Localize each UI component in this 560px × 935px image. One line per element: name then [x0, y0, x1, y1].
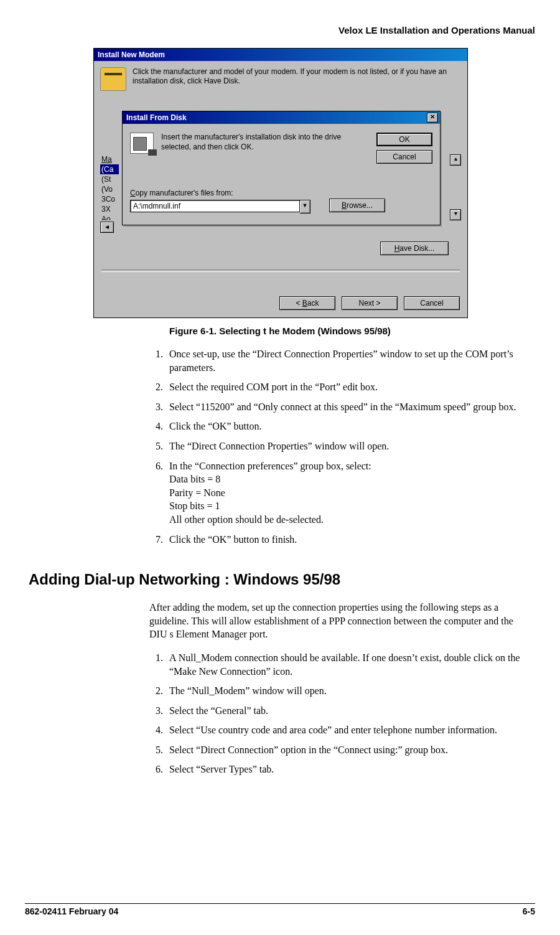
list-item[interactable]: (St [100, 174, 119, 184]
list-item[interactable]: (Vo [100, 184, 119, 194]
copy-from-label: Copy manufacturer's files from: [130, 189, 432, 197]
list-item: Click the “OK” button to finish. [166, 533, 523, 547]
list-item: Select “Direct Connection” option in the… [166, 743, 523, 757]
footer-right: 6-5 [523, 906, 535, 916]
path-input[interactable] [130, 200, 300, 212]
figure-caption: Figure 6-1. Selecting t he Modem (Window… [25, 326, 535, 336]
list-item[interactable]: 3Co [100, 194, 119, 204]
cancel-button[interactable]: Cancel [404, 296, 460, 310]
divider [101, 270, 460, 272]
install-new-modem-window: Install New Modem Click the manufacturer… [93, 48, 468, 318]
inner-titlebar: Install From Disk [126, 113, 187, 122]
list-item: Select “Use country code and area code” … [166, 723, 523, 737]
list-item: In the “Connection preferences” group bo… [166, 459, 523, 527]
browse-button[interactable]: Browse... [329, 199, 385, 212]
screenshot-figure: Install New Modem Click the manufacturer… [93, 48, 467, 318]
list-item[interactable]: (Ca [100, 164, 119, 174]
footer-left: 862-02411 February 04 [25, 906, 118, 916]
next-button[interactable]: Next > [342, 296, 398, 310]
chevron-down-icon[interactable]: ▼ [300, 200, 310, 214]
back-button[interactable]: < Back [279, 296, 335, 310]
have-disk-button[interactable]: Have Disk... [380, 242, 449, 255]
list-item: Click the “OK” button. [166, 420, 523, 433]
list-item: Select “115200” and “Only connect at thi… [166, 400, 523, 414]
inner-cancel-button[interactable]: Cancel [376, 150, 432, 164]
outer-instruction-text: Click the manufacturer and model of your… [133, 67, 461, 86]
disk-icon [130, 133, 154, 154]
intro-paragraph: After adding the modem, set up the conne… [149, 601, 523, 641]
list-item: Select the required COM port in the “Por… [166, 380, 523, 394]
close-icon[interactable]: ✕ [427, 113, 438, 123]
list-item: The “Null_Modem” window will open. [166, 684, 523, 698]
scroll-down-icon[interactable]: ▾ [450, 209, 461, 220]
outer-titlebar: Install New Modem [94, 49, 467, 61]
ok-button[interactable]: OK [376, 133, 432, 146]
list-item: Once set-up, use the “Direct Connection … [166, 347, 523, 374]
doc-header: Velox LE Installation and Operations Man… [25, 25, 535, 35]
inner-instruction-text: Insert the manufacturer's installation d… [161, 133, 364, 152]
list-item: Select the “General” tab. [166, 704, 523, 718]
mfr-label: Ma [100, 154, 119, 164]
list-item: Select “Server Types” tab. [166, 763, 523, 776]
list-item: The “Direct Connection Properties” windo… [166, 439, 523, 453]
install-from-disk-dialog: Install From Disk ✕ Insert the manufactu… [122, 111, 441, 225]
scroll-up-icon[interactable]: ▴ [450, 154, 461, 166]
list-item[interactable]: 3X [100, 204, 119, 214]
instruction-list-1: Once set-up, use the “Direct Connection … [149, 347, 523, 546]
section-heading: Adding Dial-up Networking : Windows 95/9… [29, 571, 535, 588]
right-scrollbar[interactable]: ▴ ▾ [450, 154, 460, 220]
modem-icon [100, 67, 126, 91]
manufacturers-listbox[interactable]: Ma (Ca (St (Vo 3Co 3X Ao ◂ [100, 154, 119, 233]
scroll-left-icon[interactable]: ◂ [100, 222, 114, 233]
instruction-list-2: A Null_Modem connection should be availa… [149, 651, 523, 776]
list-item[interactable]: Ao [100, 214, 119, 220]
list-item: A Null_Modem connection should be availa… [166, 651, 523, 678]
